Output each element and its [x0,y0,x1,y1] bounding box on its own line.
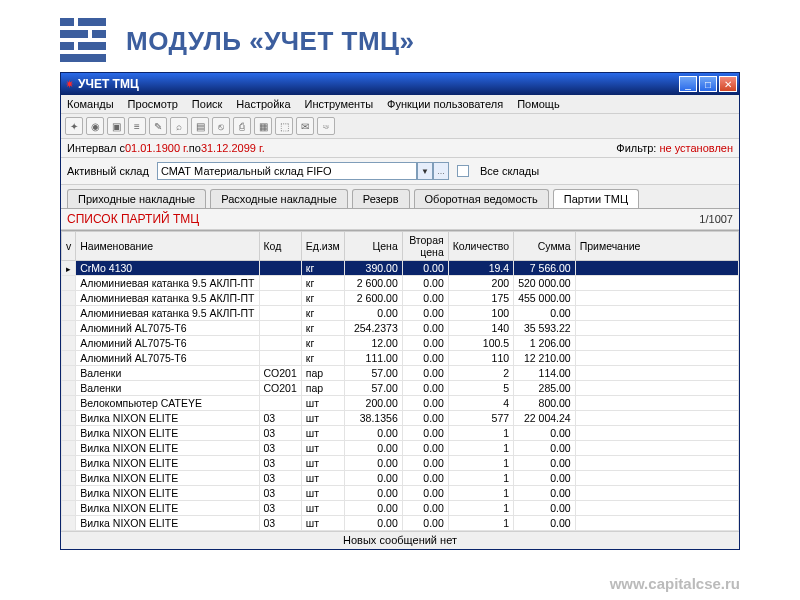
cell-price[interactable]: 390.00 [344,261,402,276]
cell-sum[interactable]: 520 000.00 [514,276,576,291]
col-qty[interactable]: Количество [448,232,513,261]
cell-unit[interactable]: пар [301,366,344,381]
cell-note[interactable] [575,516,738,531]
cell-name[interactable]: Вилка NIXON ELITE [76,441,259,456]
menu-user-functions[interactable]: Функции пользователя [385,97,505,111]
menu-help[interactable]: Помощь [515,97,562,111]
cell-unit[interactable]: кг [301,261,344,276]
cell-price[interactable]: 0.00 [344,426,402,441]
row-handle[interactable] [62,516,76,531]
cell-price2[interactable]: 0.00 [402,411,448,426]
cell-price2[interactable]: 0.00 [402,276,448,291]
cell-note[interactable] [575,321,738,336]
toolbar-btn-7[interactable]: ▤ [191,117,209,135]
table-row[interactable]: Алюминиевая катанка 9.5 АКЛП-ПТкг2 600.0… [62,276,739,291]
cell-price[interactable]: 111.00 [344,351,402,366]
cell-note[interactable] [575,366,738,381]
filter-value[interactable]: не установлен [659,142,733,154]
cell-name[interactable]: Валенки [76,366,259,381]
cell-note[interactable] [575,501,738,516]
table-row[interactable]: Вилка NIXON ELITE03шт0.000.0010.00 [62,486,739,501]
cell-note[interactable] [575,426,738,441]
all-warehouses-checkbox[interactable] [457,165,469,177]
cell-name[interactable]: Вилка NIXON ELITE [76,471,259,486]
toolbar-btn-3[interactable]: ▣ [107,117,125,135]
cell-note[interactable] [575,261,738,276]
cell-sum[interactable]: 0.00 [514,426,576,441]
cell-price[interactable]: 0.00 [344,441,402,456]
cell-code[interactable]: 03 [259,486,301,501]
cell-price2[interactable]: 0.00 [402,321,448,336]
cell-price[interactable]: 57.00 [344,381,402,396]
cell-sum[interactable]: 35 593.22 [514,321,576,336]
cell-price[interactable]: 38.1356 [344,411,402,426]
cell-unit[interactable]: кг [301,291,344,306]
cell-qty[interactable]: 200 [448,276,513,291]
warehouse-select[interactable] [157,162,417,180]
toolbar-btn-8[interactable]: ⎋ [212,117,230,135]
cell-code[interactable]: 03 [259,411,301,426]
maximize-button[interactable]: □ [699,76,717,92]
table-row[interactable]: Велокомпьютер CATEYEшт200.000.004800.00 [62,396,739,411]
cell-qty[interactable]: 19.4 [448,261,513,276]
cell-code[interactable]: 03 [259,516,301,531]
cell-name[interactable]: Алюминиевая катанка 9.5 АКЛП-ПТ [76,306,259,321]
cell-qty[interactable]: 577 [448,411,513,426]
warehouse-dropdown-icon[interactable]: ▼ [417,162,433,180]
row-handle[interactable] [62,381,76,396]
cell-unit[interactable]: кг [301,351,344,366]
cell-qty[interactable]: 1 [448,441,513,456]
row-handle[interactable] [62,366,76,381]
table-row[interactable]: Алюминий AL7075-T6кг111.000.0011012 210.… [62,351,739,366]
cell-code[interactable] [259,336,301,351]
close-button[interactable]: ✕ [719,76,737,92]
cell-code[interactable] [259,261,301,276]
cell-code[interactable] [259,306,301,321]
cell-sum[interactable]: 0.00 [514,306,576,321]
cell-unit[interactable]: шт [301,411,344,426]
cell-sum[interactable]: 22 004.24 [514,411,576,426]
cell-unit[interactable]: кг [301,321,344,336]
cell-unit[interactable]: кг [301,306,344,321]
cell-price2[interactable]: 0.00 [402,396,448,411]
cell-sum[interactable]: 0.00 [514,501,576,516]
cell-unit[interactable]: шт [301,486,344,501]
row-handle[interactable] [62,276,76,291]
cell-qty[interactable]: 140 [448,321,513,336]
cell-code[interactable]: 03 [259,441,301,456]
row-handle[interactable] [62,501,76,516]
cell-sum[interactable]: 114.00 [514,366,576,381]
cell-note[interactable] [575,381,738,396]
toolbar-btn-1[interactable]: ✦ [65,117,83,135]
toolbar-btn-11[interactable]: ⬚ [275,117,293,135]
cell-code[interactable]: 03 [259,501,301,516]
cell-note[interactable] [575,411,738,426]
toolbar-btn-10[interactable]: ▦ [254,117,272,135]
row-handle[interactable] [62,486,76,501]
data-grid[interactable]: v Наименование Код Ед.изм Цена Вторая це… [61,230,739,531]
cell-code[interactable]: 03 [259,456,301,471]
tab-turnover[interactable]: Оборотная ведомость [414,189,549,208]
cell-qty[interactable]: 100.5 [448,336,513,351]
cell-unit[interactable]: кг [301,276,344,291]
cell-code[interactable] [259,276,301,291]
cell-qty[interactable]: 4 [448,396,513,411]
row-handle[interactable] [62,396,76,411]
cell-price2[interactable]: 0.00 [402,441,448,456]
col-name[interactable]: Наименование [76,232,259,261]
table-row[interactable]: CrMo 4130кг390.000.0019.47 566.00 [62,261,739,276]
cell-sum[interactable]: 0.00 [514,471,576,486]
cell-price[interactable]: 200.00 [344,396,402,411]
cell-sum[interactable]: 285.00 [514,381,576,396]
cell-unit[interactable]: шт [301,441,344,456]
cell-price2[interactable]: 0.00 [402,501,448,516]
row-handle[interactable] [62,321,76,336]
cell-name[interactable]: Вилка NIXON ELITE [76,426,259,441]
table-row[interactable]: Вилка NIXON ELITE03шт0.000.0010.00 [62,441,739,456]
table-row[interactable]: ВаленкиCO201пар57.000.005285.00 [62,381,739,396]
toolbar-btn-2[interactable]: ◉ [86,117,104,135]
row-selector-header[interactable]: v [62,232,76,261]
table-row[interactable]: Вилка NIXON ELITE03шт38.13560.0057722 00… [62,411,739,426]
cell-price2[interactable]: 0.00 [402,426,448,441]
interval-to[interactable]: 31.12.2099 г. [201,142,265,154]
